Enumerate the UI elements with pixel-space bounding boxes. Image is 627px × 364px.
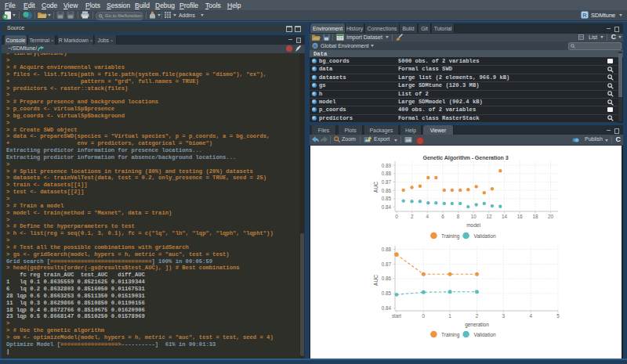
svg-text:0.84: 0.84 xyxy=(382,305,392,311)
svg-text:0.87: 0.87 xyxy=(382,178,392,184)
svg-text:0.84: 0.84 xyxy=(382,204,392,210)
svg-text:0.88: 0.88 xyxy=(382,247,392,252)
svg-text:16: 16 xyxy=(517,214,524,219)
svg-text:R: R xyxy=(314,44,317,49)
svg-text:4: 4 xyxy=(529,313,532,319)
svg-text:start: start xyxy=(392,313,401,319)
svg-text:0.88: 0.88 xyxy=(382,171,392,176)
svg-text:Validation: Validation xyxy=(474,331,496,337)
svg-text:12: 12 xyxy=(486,214,492,219)
svg-text:0.89: 0.89 xyxy=(382,162,392,168)
svg-text:0.87: 0.87 xyxy=(382,261,392,266)
svg-text:model: model xyxy=(466,222,480,227)
svg-text:2: 2 xyxy=(411,214,414,219)
svg-text:0: 0 xyxy=(395,214,398,219)
svg-text:generation: generation xyxy=(465,322,489,328)
svg-text:4: 4 xyxy=(426,214,429,219)
svg-text:18: 18 xyxy=(532,214,538,219)
svg-text:3: 3 xyxy=(502,313,506,319)
svg-text:Training: Training xyxy=(441,232,460,239)
svg-text:AUC: AUC xyxy=(373,181,379,192)
svg-text:Genetic Algorithm - Generation: Genetic Algorithm - Generation 3 xyxy=(422,154,508,161)
svg-text:Validation: Validation xyxy=(474,232,496,238)
svg-text:AUC: AUC xyxy=(373,274,379,285)
svg-text:0.86: 0.86 xyxy=(382,187,392,193)
svg-text:Training: Training xyxy=(441,331,460,337)
svg-text:1: 1 xyxy=(448,313,451,319)
svg-text:10: 10 xyxy=(471,214,477,219)
svg-text:R: R xyxy=(582,12,587,19)
svg-text:0.85: 0.85 xyxy=(382,196,392,201)
svg-text:14: 14 xyxy=(502,214,508,219)
svg-text:2: 2 xyxy=(476,313,479,319)
svg-text:0.85: 0.85 xyxy=(382,290,392,296)
svg-text:0: 0 xyxy=(422,313,426,319)
svg-text:6: 6 xyxy=(441,214,444,219)
svg-text:5: 5 xyxy=(556,313,560,319)
svg-text:20: 20 xyxy=(548,214,554,219)
svg-text:8: 8 xyxy=(457,214,460,219)
svg-text:0.86: 0.86 xyxy=(382,276,392,281)
